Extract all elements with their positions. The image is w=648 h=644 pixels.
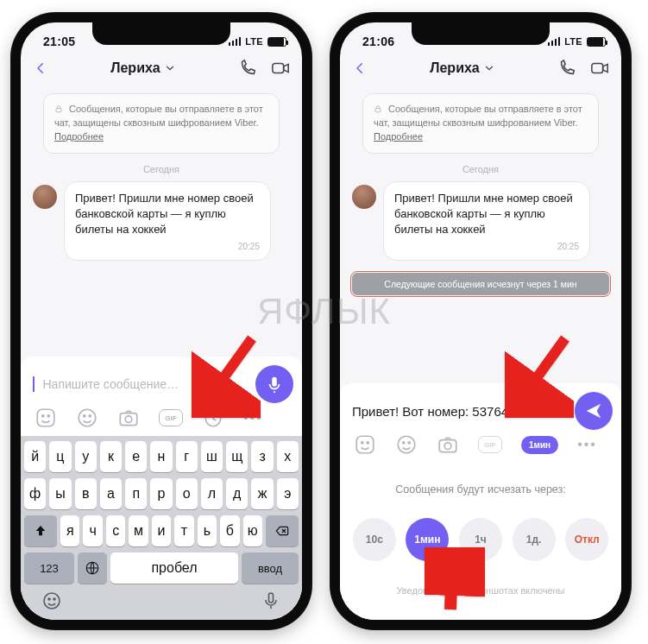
key-т[interactable]: т <box>174 515 193 546</box>
chat-body[interactable]: Сообщения, которые вы отправляете в этот… <box>340 85 621 383</box>
timer-option-10с[interactable]: 10с <box>353 518 396 561</box>
svg-line-27 <box>520 338 565 401</box>
chat-title-text: Лериха <box>430 60 480 76</box>
key-п[interactable]: п <box>125 478 147 509</box>
emoji-icon[interactable] <box>76 407 98 429</box>
key-ц[interactable]: ц <box>49 441 71 472</box>
backspace-key[interactable] <box>266 515 299 546</box>
timer-option-1д.[interactable]: 1д. <box>513 518 556 561</box>
emoji-icon[interactable] <box>395 433 418 456</box>
key-щ[interactable]: щ <box>226 441 248 472</box>
video-call-button[interactable] <box>271 59 290 78</box>
camera-icon[interactable] <box>437 433 459 456</box>
svg-point-5 <box>79 409 96 426</box>
chat-title[interactable]: Лериха <box>110 60 176 76</box>
call-button[interactable] <box>238 59 257 78</box>
keyboard[interactable]: йцукенгшщзх фывапролджэ ячсмитьбю <box>21 436 302 620</box>
annotation-arrow-right-bottom <box>425 547 485 620</box>
key-ь[interactable]: ь <box>198 515 217 546</box>
svg-point-9 <box>125 416 132 423</box>
voice-message-button[interactable] <box>255 365 293 403</box>
keyboard-emoji-button[interactable] <box>41 590 62 611</box>
encryption-notice: Сообщения, которые вы отправляете в этот… <box>43 93 280 154</box>
screen-left: 21:05 LTE Лериха <box>21 22 302 620</box>
svg-point-3 <box>42 415 44 417</box>
message-time: 20:25 <box>75 241 260 253</box>
dictation-button[interactable] <box>261 590 281 611</box>
back-button[interactable] <box>352 60 368 76</box>
call-button[interactable] <box>557 59 576 78</box>
svg-rect-18 <box>375 109 381 112</box>
key-ю[interactable]: ю <box>243 515 262 546</box>
key-э[interactable]: э <box>277 478 299 509</box>
signal-icon <box>229 37 242 46</box>
key-с[interactable]: с <box>106 515 125 546</box>
screen-right: 21:06 LTE Лериха <box>340 22 621 620</box>
key-ф[interactable]: ф <box>24 478 46 509</box>
status-right: LTE <box>229 36 286 47</box>
key-л[interactable]: л <box>201 478 223 509</box>
key-и[interactable]: и <box>152 515 171 546</box>
key-к[interactable]: к <box>100 441 122 472</box>
key-в[interactable]: в <box>75 478 97 509</box>
key-ж[interactable]: ж <box>251 478 273 509</box>
message-text: Привет! Пришли мне номер своей банковско… <box>75 191 260 238</box>
numeric-key[interactable]: 123 <box>24 552 74 584</box>
key-у[interactable]: у <box>75 441 97 472</box>
status-right: LTE <box>548 36 606 47</box>
encryption-more-link[interactable]: Подробнее <box>54 131 104 142</box>
timer-pill[interactable]: 1мин <box>521 436 558 454</box>
camera-icon[interactable] <box>117 407 140 429</box>
phone-frame-right: 21:06 LTE Лериха <box>330 12 632 630</box>
svg-point-4 <box>47 415 49 417</box>
message-bubble[interactable]: Привет! Пришли мне номер своей банковско… <box>64 181 271 262</box>
encryption-text: Сообщения, которые вы отправляете в этот… <box>54 104 263 128</box>
key-й[interactable]: й <box>24 441 46 472</box>
key-з[interactable]: з <box>251 441 273 472</box>
key-е[interactable]: е <box>125 441 147 472</box>
svg-rect-25 <box>439 440 456 452</box>
key-а[interactable]: а <box>100 478 122 509</box>
chat-body[interactable]: Сообщения, которые вы отправляете в этот… <box>21 85 302 357</box>
encryption-more-link[interactable]: Подробнее <box>374 131 423 142</box>
sticker-icon[interactable] <box>354 433 376 456</box>
avatar[interactable] <box>352 185 376 209</box>
key-м[interactable]: м <box>129 515 148 546</box>
key-я[interactable]: я <box>60 515 79 546</box>
shift-key[interactable] <box>24 515 57 546</box>
key-р[interactable]: р <box>150 478 172 509</box>
key-ы[interactable]: ы <box>49 478 71 509</box>
key-ш[interactable]: ш <box>201 441 223 472</box>
carrier-label: LTE <box>564 36 582 47</box>
svg-point-20 <box>362 442 363 444</box>
more-icon[interactable]: ••• <box>577 437 597 452</box>
svg-rect-15 <box>269 593 274 603</box>
svg-point-12 <box>44 593 60 609</box>
chat-title[interactable]: Лериха <box>430 60 495 76</box>
key-о[interactable]: о <box>176 478 198 509</box>
sticker-icon[interactable] <box>35 407 57 429</box>
key-д[interactable]: д <box>226 478 248 509</box>
avatar[interactable] <box>33 185 57 209</box>
send-button[interactable] <box>575 392 613 430</box>
video-call-button[interactable] <box>590 59 609 78</box>
svg-point-22 <box>398 436 415 453</box>
message-bubble[interactable]: Привет! Пришли мне номер своей банковско… <box>383 181 590 262</box>
text-cursor <box>33 376 35 392</box>
gif-icon[interactable]: GIF <box>159 409 183 426</box>
svg-point-14 <box>53 598 55 600</box>
lock-icon <box>54 104 63 113</box>
timer-option-Откл[interactable]: Откл <box>565 518 608 561</box>
space-key[interactable]: Пробел <box>110 552 238 584</box>
key-н[interactable]: н <box>150 441 172 472</box>
key-г[interactable]: г <box>176 441 198 472</box>
back-button[interactable] <box>33 60 48 76</box>
gif-icon[interactable]: GIF <box>478 436 502 453</box>
enter-key[interactable]: Ввод <box>242 552 299 584</box>
key-ч[interactable]: ч <box>83 515 102 546</box>
svg-line-28 <box>450 559 452 609</box>
key-х[interactable]: х <box>277 441 299 472</box>
battery-icon <box>587 37 606 47</box>
key-б[interactable]: б <box>220 515 239 546</box>
globe-key[interactable] <box>78 552 107 584</box>
